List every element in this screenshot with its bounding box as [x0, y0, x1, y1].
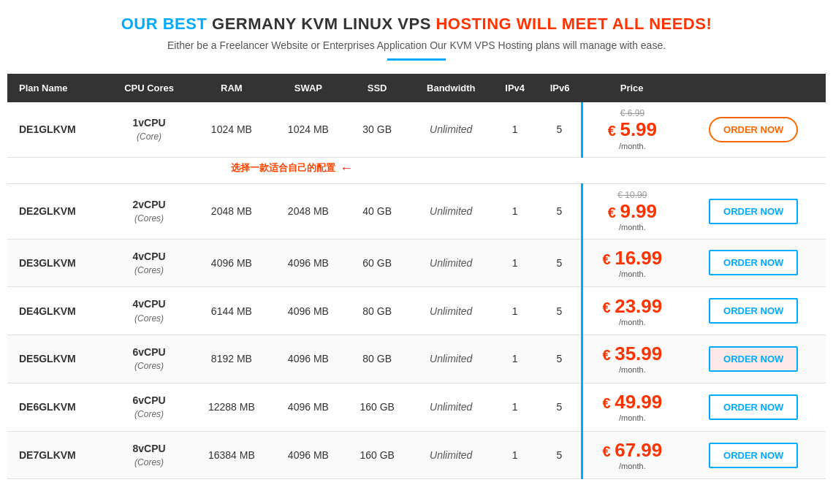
- cpu-main: 6vCPU: [133, 346, 166, 358]
- page-header: OUR BEST GERMANY KVM LINUX VPS HOSTING W…: [7, 15, 826, 61]
- annotation-cell: 选择一款适合自己的配置 ←: [7, 157, 826, 183]
- col-order: [681, 74, 826, 102]
- plan-name: DE4GLKVM: [7, 287, 107, 335]
- new-price: € 49.99: [590, 391, 674, 413]
- price: € 23.99/month.: [582, 287, 682, 335]
- cpu-sub: (Cores): [134, 361, 164, 371]
- bandwidth: Unlimited: [409, 102, 492, 157]
- old-price: € 10.99: [590, 190, 674, 200]
- plan-name: DE1GLKVM: [7, 102, 107, 157]
- order-now-button[interactable]: ORDER NOW: [709, 394, 798, 420]
- cpu-sub: (Cores): [134, 313, 164, 324]
- ipv4: 1: [492, 239, 537, 287]
- bandwidth: Unlimited: [409, 431, 492, 479]
- table-row: DE5GLKVM6vCPU(Cores)8192 MB4096 MB80 GBU…: [7, 335, 826, 383]
- cpu-main: 4vCPU: [133, 298, 166, 310]
- plan-name: DE6GLKVM: [7, 383, 107, 431]
- per-month: /month.: [590, 413, 674, 423]
- bandwidth: Unlimited: [409, 239, 492, 287]
- table-header-row: Plan Name CPU Cores RAM SWAP SSD Bandwid…: [7, 74, 826, 102]
- ram: 6144 MB: [191, 287, 272, 335]
- header-divider: [387, 58, 446, 61]
- order-cell: ORDER NOW: [681, 287, 826, 335]
- page-title: OUR BEST GERMANY KVM LINUX VPS HOSTING W…: [7, 15, 826, 34]
- order-now-button[interactable]: ORDER NOW: [709, 298, 798, 324]
- title-part2: GERMANY KVM LINUX VPS: [212, 15, 431, 33]
- plan-name: DE5GLKVM: [7, 335, 107, 383]
- cpu-cores: 6vCPU(Cores): [107, 335, 191, 383]
- per-month: /month.: [590, 223, 674, 232]
- cpu-sub: (Cores): [134, 265, 164, 275]
- ram: 12288 MB: [191, 383, 272, 431]
- order-cell: ORDER NOW: [681, 431, 826, 479]
- order-now-button[interactable]: ORDER NOW: [709, 250, 798, 275]
- ipv6: 5: [537, 335, 582, 383]
- pricing-table: Plan Name CPU Cores RAM SWAP SSD Bandwid…: [7, 74, 826, 479]
- ipv4: 1: [492, 335, 537, 383]
- swap: 4096 MB: [272, 335, 345, 383]
- swap: 1024 MB: [272, 102, 345, 157]
- ipv6: 5: [537, 102, 582, 157]
- table-row: DE4GLKVM4vCPU(Cores)6144 MB4096 MB80 GBU…: [7, 287, 826, 335]
- per-month: /month.: [590, 365, 674, 375]
- swap: 4096 MB: [272, 383, 345, 431]
- new-price: € 23.99: [590, 295, 674, 318]
- per-month: /month.: [590, 462, 674, 471]
- cpu-cores: 4vCPU(Cores): [107, 239, 191, 287]
- new-price: € 16.99: [590, 247, 674, 270]
- ipv6: 5: [537, 383, 582, 431]
- ipv6: 5: [537, 183, 582, 239]
- swap: 4096 MB: [272, 431, 345, 479]
- ram: 8192 MB: [191, 335, 272, 383]
- bandwidth: Unlimited: [409, 183, 492, 239]
- order-now-button[interactable]: ORDER NOW: [709, 199, 798, 224]
- col-ipv6: IPv6: [537, 74, 582, 102]
- cpu-cores: 4vCPU(Cores): [107, 287, 191, 335]
- plan-name: DE7GLKVM: [7, 431, 107, 479]
- bandwidth: Unlimited: [409, 383, 492, 431]
- cpu-main: 1vCPU: [133, 117, 166, 129]
- ram: 1024 MB: [191, 102, 272, 157]
- table-row: DE1GLKVM1vCPU(Core)1024 MB1024 MB30 GBUn…: [7, 102, 826, 157]
- price: € 49.99/month.: [582, 383, 682, 431]
- cpu-main: 2vCPU: [133, 199, 166, 210]
- header-subtitle: Either be a Freelancer Website or Enterp…: [7, 39, 826, 51]
- swap: 4096 MB: [272, 287, 345, 335]
- col-plan-name: Plan Name: [7, 74, 107, 102]
- cpu-sub: (Cores): [134, 457, 164, 467]
- ssd: 60 GB: [345, 239, 410, 287]
- annotation: 选择一款适合自己的配置 ←: [19, 161, 818, 176]
- col-bandwidth: Bandwidth: [409, 74, 492, 102]
- price: € 10.99€ 9.99/month.: [582, 183, 682, 239]
- arrow-icon: ←: [340, 161, 353, 176]
- plan-name: DE2GLKVM: [7, 183, 107, 239]
- plan-name: DE3GLKVM: [7, 239, 107, 287]
- ipv4: 1: [492, 102, 537, 157]
- cpu-main: 6vCPU: [133, 394, 166, 406]
- table-row: DE3GLKVM4vCPU(Cores)4096 MB4096 MB60 GBU…: [7, 239, 826, 287]
- order-now-button[interactable]: ORDER NOW: [709, 346, 798, 372]
- col-cpu-cores: CPU Cores: [107, 74, 191, 102]
- col-swap: SWAP: [272, 74, 345, 102]
- new-price: € 35.99: [590, 343, 674, 365]
- ssd: 30 GB: [345, 102, 410, 157]
- order-cell: ORDER NOW: [681, 183, 826, 239]
- cpu-cores: 8vCPU(Cores): [107, 431, 191, 479]
- ram: 4096 MB: [191, 239, 272, 287]
- cpu-sub: (Cores): [134, 213, 164, 224]
- ipv6: 5: [537, 287, 582, 335]
- order-now-button[interactable]: ORDER NOW: [709, 117, 798, 142]
- order-cell: ORDER NOW: [681, 383, 826, 431]
- bandwidth: Unlimited: [409, 287, 492, 335]
- col-ipv4: IPv4: [492, 74, 537, 102]
- ipv4: 1: [492, 287, 537, 335]
- order-now-button[interactable]: ORDER NOW: [709, 443, 798, 468]
- ipv4: 1: [492, 183, 537, 239]
- order-cell: ORDER NOW: [681, 239, 826, 287]
- page-wrapper: OUR BEST GERMANY KVM LINUX VPS HOSTING W…: [0, 0, 833, 494]
- col-price: Price: [582, 74, 682, 102]
- annotation-row: 选择一款适合自己的配置 ←: [7, 157, 826, 183]
- ram: 2048 MB: [191, 183, 272, 239]
- title-part1: OUR BEST: [121, 15, 212, 33]
- new-price: € 67.99: [590, 439, 674, 462]
